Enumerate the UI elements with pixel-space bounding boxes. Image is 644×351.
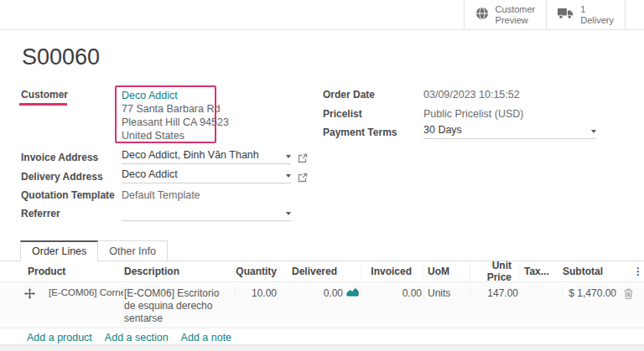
tab-order-lines[interactable]: Order Lines	[20, 240, 98, 261]
column-header-uom: UoM	[423, 266, 470, 277]
delivery-address-field[interactable]: Deco Addict	[122, 168, 291, 183]
column-header-subtotal: Subtotal	[562, 266, 616, 277]
column-header-invoiced: Invoiced	[361, 266, 423, 277]
referrer-field[interactable]	[122, 205, 291, 221]
sale-order-form: Customer Preview 1 Delivery S00060 Custo…	[0, 0, 644, 351]
caret-down-icon	[286, 155, 291, 158]
invoice-address-label: Invoice Address	[21, 152, 98, 163]
cell-product[interactable]: [E-COM06] Corner Des...	[38, 287, 123, 297]
external-link-icon[interactable]	[297, 171, 308, 186]
truck-icon	[558, 8, 574, 22]
invoice-address-field[interactable]: Deco Addict, Đinh Văn Thanh	[122, 149, 291, 164]
tab-other-info[interactable]: Other Info	[98, 240, 168, 261]
order-date-label: Order Date	[323, 89, 375, 101]
customer-label: Customer	[21, 89, 68, 101]
customer-country: United States	[122, 129, 229, 142]
order-date-value[interactable]: 03/09/2023 10:15:52	[423, 89, 520, 101]
customer-city: Pleasant Hill CA 94523	[122, 116, 229, 129]
pricelist-label: Pricelist	[323, 108, 362, 120]
cell-quantity[interactable]: 10.00	[235, 287, 277, 299]
payment-terms-field[interactable]: 30 Days	[423, 124, 596, 139]
column-header-quantity: Quantity	[235, 266, 277, 277]
sheet-bottom-edge	[0, 344, 644, 351]
invoice-address-value: Deco Addict, Đinh Văn Thanh	[122, 149, 259, 161]
move-icon	[24, 288, 35, 302]
caret-down-icon	[591, 130, 596, 133]
payment-terms-value: 30 Days	[423, 124, 462, 136]
delivery-button[interactable]: 1 Delivery	[546, 0, 626, 29]
delivery-address-value: Deco Addict	[122, 168, 178, 180]
statbar-spacer	[626, 0, 644, 29]
stat-button-label: Customer Preview	[496, 4, 536, 26]
customer-preview-button[interactable]: Customer Preview	[464, 0, 547, 29]
customer-address-block: Deco Addict 77 Santa Barbara Rd Pleasant…	[122, 89, 229, 142]
caret-down-icon	[286, 174, 291, 178]
globe-icon	[475, 7, 489, 23]
pricelist-value[interactable]: Public Pricelist (USD)	[423, 108, 523, 120]
referrer-label: Referrer	[21, 208, 60, 219]
quotation-template-label: Quotation Template	[21, 189, 115, 201]
quotation-template-value[interactable]: Default Template	[122, 189, 200, 201]
trash-icon	[624, 288, 633, 302]
annotation-underline-customer-label	[19, 103, 67, 106]
notebook-tabs: Order Lines Other Info	[0, 240, 644, 261]
delivered-value[interactable]: 0.00	[324, 287, 343, 299]
external-link-icon[interactable]	[297, 152, 308, 167]
delivery-address-label: Delivery Address	[21, 171, 103, 183]
cell-description[interactable]: [E-COM06] Escritorio de esquina derecho …	[123, 287, 235, 325]
drag-handle[interactable]	[21, 287, 38, 302]
caret-down-icon	[286, 212, 291, 215]
delete-row-button[interactable]	[616, 287, 633, 302]
payment-terms-label: Payment Terms	[323, 126, 397, 138]
stat-button-group: Customer Preview 1 Delivery	[464, 0, 644, 29]
column-header-product: Product	[21, 266, 123, 277]
vertical-ellipsis-icon[interactable]: ⋮	[633, 266, 643, 277]
add-a-product-link[interactable]: Add a product	[27, 332, 92, 343]
cell-delivered: 0.00	[277, 287, 361, 299]
order-lines-header-row: Product Description Quantity Delivered I…	[0, 261, 644, 281]
column-header-tax: Tax...	[518, 266, 562, 277]
stat-button-label: 1 Delivery	[580, 4, 614, 26]
order-line-footer-links: Add a product Add a section Add a note	[27, 332, 231, 343]
page-title: S00060	[22, 44, 100, 70]
top-button-bar: Customer Preview 1 Delivery	[0, 0, 644, 30]
customer-street: 77 Santa Barbara Rd	[122, 102, 229, 116]
column-header-unit-price: Unit Price	[470, 260, 518, 283]
add-a-section-link[interactable]: Add a section	[105, 332, 169, 343]
cell-unit-price[interactable]: 147.00	[470, 287, 518, 299]
add-a-note-link[interactable]: Add a note	[181, 332, 231, 343]
column-header-delivered: Delivered	[277, 266, 361, 277]
cell-invoiced[interactable]: 0.00	[361, 287, 423, 299]
cell-uom[interactable]: Units	[423, 287, 470, 299]
column-header-description: Description	[123, 266, 235, 278]
order-line-row: [E-COM06] Corner Des... [E-COM06] Escrit…	[0, 281, 644, 328]
area-chart-icon[interactable]	[346, 287, 359, 299]
cell-subtotal: $ 1,470.00	[562, 287, 616, 299]
customer-link[interactable]: Deco Addict	[122, 89, 229, 102]
